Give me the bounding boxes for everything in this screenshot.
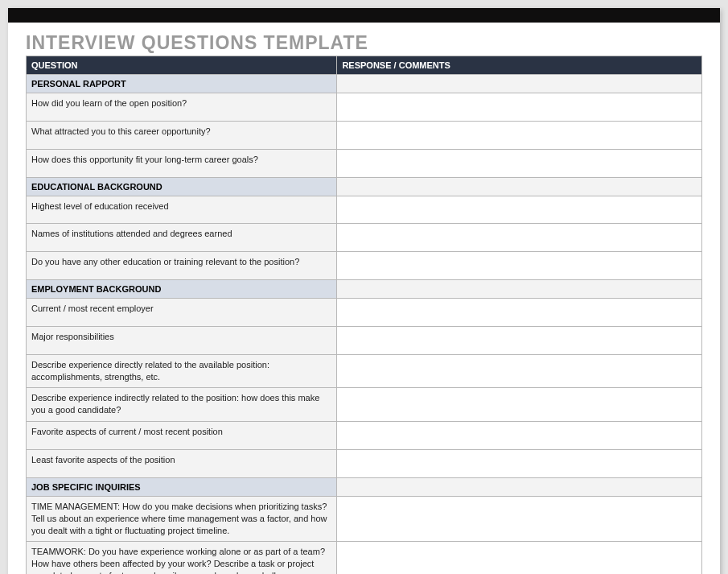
question-text: Major responsibilities <box>27 326 337 354</box>
response-cell[interactable] <box>337 149 702 177</box>
question-row: Major responsibilities <box>27 326 702 354</box>
section-response-blank <box>337 477 702 496</box>
question-row: Describe experience directly related to … <box>27 354 702 388</box>
section-response-blank <box>337 75 702 93</box>
response-cell[interactable] <box>337 542 702 574</box>
question-text: Highest level of education received <box>27 196 337 224</box>
response-cell[interactable] <box>337 422 702 450</box>
section-name: EDUCATIONAL BACKGROUND <box>27 177 337 196</box>
header-response: RESPONSE / COMMENTS <box>337 56 702 75</box>
table-header-row: QUESTION RESPONSE / COMMENTS <box>27 56 702 75</box>
question-text: TEAMWORK: Do you have experience working… <box>27 542 337 574</box>
response-cell[interactable] <box>337 388 702 422</box>
question-text: Current / most recent employer <box>27 299 337 327</box>
question-row: What attracted you to this career opport… <box>27 121 702 149</box>
question-text: Describe experience indirectly related t… <box>27 388 337 422</box>
response-cell[interactable] <box>337 196 702 224</box>
question-text: Do you have any other education or train… <box>27 252 337 280</box>
section-header-row: EDUCATIONAL BACKGROUND <box>27 177 702 196</box>
document-page: INTERVIEW QUESTIONS TEMPLATE QUESTION RE… <box>8 8 720 574</box>
response-cell[interactable] <box>337 121 702 149</box>
question-row: TEAMWORK: Do you have experience working… <box>27 542 702 574</box>
section-header-row: PERSONAL RAPPORT <box>27 75 702 93</box>
question-text: Describe experience directly related to … <box>27 354 337 388</box>
question-text: TIME MANAGEMENT: How do you make decisio… <box>27 496 337 542</box>
response-cell[interactable] <box>337 252 702 280</box>
question-text: What attracted you to this career opport… <box>27 121 337 149</box>
question-text: How did you learn of the open position? <box>27 93 337 122</box>
page-title: INTERVIEW QUESTIONS TEMPLATE <box>26 32 702 56</box>
question-row: Favorite aspects of current / most recen… <box>27 422 702 450</box>
section-name: EMPLOYMENT BACKGROUND <box>27 280 337 299</box>
section-name: PERSONAL RAPPORT <box>27 75 337 93</box>
response-cell[interactable] <box>337 354 702 388</box>
question-text: Names of institutions attended and degre… <box>27 224 337 252</box>
question-text: How does this opportunity fit your long-… <box>27 149 337 177</box>
question-row: How did you learn of the open position? <box>27 93 702 122</box>
response-cell[interactable] <box>337 496 702 542</box>
questions-table: QUESTION RESPONSE / COMMENTS PERSONAL RA… <box>26 56 702 574</box>
question-row: Current / most recent employer <box>27 299 702 327</box>
question-row: How does this opportunity fit your long-… <box>27 149 702 177</box>
header-question: QUESTION <box>27 56 337 75</box>
section-name: JOB SPECIFIC INQUIRIES <box>27 477 337 496</box>
section-header-row: EMPLOYMENT BACKGROUND <box>27 280 702 299</box>
response-cell[interactable] <box>337 449 702 477</box>
response-cell[interactable] <box>337 93 702 122</box>
question-text: Least favorite aspects of the position <box>27 449 337 477</box>
response-cell[interactable] <box>337 326 702 354</box>
top-bar <box>8 8 720 23</box>
section-header-row: JOB SPECIFIC INQUIRIES <box>27 477 702 496</box>
section-response-blank <box>337 280 702 299</box>
question-row: Highest level of education received <box>27 196 702 224</box>
section-response-blank <box>337 177 702 196</box>
document-content: INTERVIEW QUESTIONS TEMPLATE QUESTION RE… <box>8 23 720 574</box>
response-cell[interactable] <box>337 299 702 327</box>
question-row: Describe experience indirectly related t… <box>27 388 702 422</box>
question-row: Do you have any other education or train… <box>27 252 702 280</box>
question-row: Names of institutions attended and degre… <box>27 224 702 252</box>
response-cell[interactable] <box>337 224 702 252</box>
question-text: Favorite aspects of current / most recen… <box>27 422 337 450</box>
question-row: Least favorite aspects of the position <box>27 449 702 477</box>
question-row: TIME MANAGEMENT: How do you make decisio… <box>27 496 702 542</box>
